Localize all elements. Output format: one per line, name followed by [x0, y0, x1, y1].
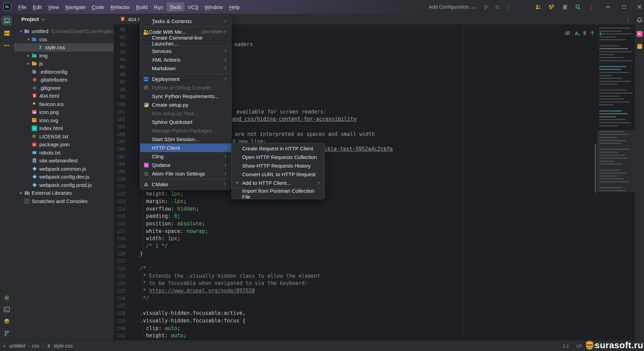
inspection-widget[interactable]: A✓ 5 [564, 29, 603, 37]
tree-chevron-icon[interactable] [25, 37, 32, 42]
menu-bar-item[interactable]: Edit [30, 2, 45, 12]
menu-bar-item[interactable]: Refactor [107, 2, 133, 12]
package-toolwindow-icon[interactable] [4, 318, 10, 325]
menu-item[interactable]: Open HTTP Requests Collection [232, 153, 324, 161]
tree-row[interactable]: External Libraries [14, 189, 114, 197]
menu-item[interactable]: Sphinx Quickstart [140, 118, 231, 126]
tree-row[interactable]: Scratches and Consoles [14, 197, 114, 205]
tree-chevron-icon[interactable] [25, 61, 32, 66]
menu-bar-item[interactable]: Help [226, 2, 243, 12]
tab-options-icon[interactable]: ⋮ [625, 14, 631, 25]
notifications-bell-icon[interactable] [637, 17, 642, 24]
code-with-me-icon[interactable] [533, 0, 543, 14]
menu-item[interactable]: Atom File Icon Settings [140, 169, 231, 178]
git-branch-icon[interactable] [4, 330, 9, 337]
terminal-toolwindow-icon[interactable] [4, 307, 10, 313]
more-toolbar-icon[interactable]: ⋮ [587, 0, 596, 14]
menu-item[interactable]: Tasks & Contexts [140, 17, 231, 25]
minimap-line [599, 155, 625, 156]
caret-position[interactable]: 1:1 [562, 343, 569, 349]
breadcrumb-item[interactable]: › css [28, 343, 39, 349]
tree-row[interactable]: css [14, 35, 114, 44]
tree-row[interactable]: webpack.common.js [14, 165, 114, 173]
debug-button[interactable] [492, 0, 502, 14]
tree-row[interactable]: untitled C:\Users\User\CLionProjects\ [14, 27, 114, 35]
minimize-button[interactable] [603, 0, 613, 14]
line-number: 110 [114, 176, 140, 183]
menu-item[interactable]: Qodana [140, 161, 231, 169]
breadcrumb-item[interactable]: › style.css [42, 343, 73, 349]
tree-row[interactable]: webpack.config.dev.js [14, 173, 114, 181]
menu-bar-item[interactable]: VCS [185, 2, 201, 12]
tree-row[interactable]: 404.html [14, 92, 114, 100]
project-panel-header[interactable]: Project [14, 14, 114, 24]
line-ending[interactable]: LF [577, 343, 582, 349]
menu-bar-item[interactable]: Build [133, 2, 150, 12]
services-toolwindow-button[interactable] [2, 29, 12, 38]
menu-item[interactable]: Deployment [140, 75, 231, 83]
tree-row[interactable]: site.webmanifest [14, 157, 114, 165]
minimap[interactable] [598, 25, 635, 340]
menu-item[interactable]: Create Command-line Launcher... [140, 36, 231, 45]
tree-row[interactable]: package.json [14, 140, 114, 149]
menu-bar-item[interactable]: Code [89, 2, 107, 12]
menu-item[interactable]: HTTP Client [140, 143, 231, 152]
project-toolwindow-button[interactable] [2, 16, 12, 25]
tree-chevron-icon[interactable] [18, 29, 24, 33]
maximize-button[interactable] [619, 0, 629, 14]
menu-item[interactable]: Create setup.py [140, 100, 231, 109]
menu-item[interactable]: Convert cURL to HTTP Request [232, 170, 324, 179]
run-configuration-selector[interactable]: Add Configuration... [429, 0, 473, 14]
more-toolwindows-button[interactable]: ••• [2, 41, 12, 50]
prev-problem-icon[interactable] [590, 31, 594, 35]
tree-row[interactable]: icon.svg [14, 116, 114, 125]
menu-item[interactable]: Start SSH Session... [140, 135, 231, 143]
tree-row[interactable]: img [14, 52, 114, 60]
tree-row[interactable]: webpack.config.prod.js [14, 181, 114, 189]
menu-item[interactable]: Python or Debug Console [140, 83, 231, 92]
tree-row[interactable]: robots.txt [14, 149, 114, 157]
menu-item[interactable]: Run setup.py Task... [140, 109, 231, 118]
menu-item[interactable]: CMake [140, 180, 231, 189]
menu-item[interactable]: Manage Python Packages... [140, 126, 231, 135]
menu-bar-item[interactable]: File [15, 2, 30, 12]
run-button[interactable] [481, 0, 491, 14]
minimap-line [599, 78, 622, 79]
menu-item[interactable]: Add to HTTP Client... [232, 179, 324, 187]
menu-item[interactable]: Cling [140, 152, 231, 161]
tree-row[interactable]: favicon.ico [14, 100, 114, 108]
menu-item[interactable]: Create Request in HTTP Client [232, 144, 324, 153]
tree-row[interactable]: .editorconfig [14, 68, 114, 76]
tree-row[interactable]: LICENSE.txt [14, 132, 114, 141]
more-actions-icon[interactable]: ⋮ [504, 0, 513, 14]
menu-item[interactable]: Markdown [140, 64, 231, 73]
menu-bar-item[interactable]: Navigate [62, 2, 89, 12]
editor-scrollbar-thumb[interactable] [595, 143, 596, 193]
settings-sync-icon[interactable] [4, 295, 10, 302]
tools-hammer-icon[interactable] [546, 0, 556, 14]
menu-bar-item[interactable]: Tools [166, 2, 185, 12]
tree-row[interactable]: icon.png [14, 108, 114, 116]
search-icon[interactable] [573, 0, 583, 14]
close-button[interactable] [635, 0, 644, 14]
tree-row[interactable]: index.html [14, 124, 114, 132]
menu-item[interactable]: XML Actions [140, 55, 231, 64]
atom-plugin-icon[interactable] [560, 0, 570, 14]
tree-row[interactable]: style.css [14, 43, 114, 52]
menu-item[interactable]: Services [140, 47, 231, 55]
menu-bar-item[interactable]: Run [150, 2, 166, 12]
tree-row[interactable]: .gitattributes [14, 76, 114, 84]
menu-item[interactable]: Sync Python Requirements... [140, 92, 231, 100]
menu-item-icon [143, 145, 152, 151]
tree-chevron-icon[interactable] [25, 53, 32, 58]
tree-row[interactable]: .gitignore [14, 84, 114, 92]
menu-bar-item[interactable]: Window [201, 2, 226, 12]
menu-item[interactable]: Import from Postman Collection File [232, 189, 324, 198]
database-plugin-icon[interactable] [637, 44, 643, 50]
menu-bar-item[interactable]: View [45, 2, 62, 12]
tree-chevron-icon[interactable] [18, 191, 24, 195]
tree-row[interactable]: js [14, 60, 114, 68]
ai-assistant-plugin-icon[interactable]: ✦ [637, 31, 643, 37]
breadcrumb-item[interactable]: untitled [9, 343, 25, 349]
menu-item[interactable]: Show HTTP Requests History [232, 161, 324, 170]
